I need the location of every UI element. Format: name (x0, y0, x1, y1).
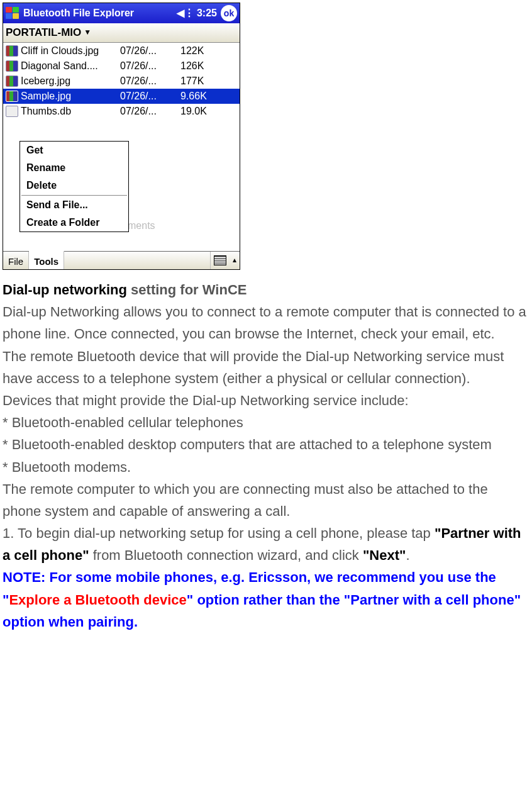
menu-delete[interactable]: Delete (20, 177, 128, 194)
step-text: 1. To begin dial-up networking setup for… (3, 525, 435, 541)
bullet: * Bluetooth modems. (3, 456, 529, 478)
image-file-icon (6, 45, 18, 57)
file-date: 07/26/... (120, 58, 180, 74)
paragraph: The remote computer to which you are con… (3, 478, 529, 522)
menu-create-folder[interactable]: Create a Folder (20, 214, 128, 231)
svg-rect-2 (6, 13, 12, 19)
svg-rect-0 (6, 7, 12, 13)
title-bar: Bluetooth File Explorer ◀⋮ 3:25 ok (3, 3, 240, 23)
path-hint: ments (128, 218, 155, 234)
file-name: Iceberg.jpg (21, 73, 120, 89)
document-body: Dial-up networking setting for WinCE Dia… (3, 279, 529, 633)
heading-rest: setting for WinCE (127, 282, 247, 298)
note-emphasis: Explore a Bluetooth device (9, 592, 186, 608)
bullet: * Bluetooth-enabled cellular telephones (3, 411, 529, 433)
menu-separator (21, 195, 127, 196)
file-date: 07/26/... (120, 43, 180, 59)
file-name: Sample.jpg (21, 88, 120, 104)
file-size: 126K (180, 58, 224, 74)
menu-send-file[interactable]: Send a File... (20, 196, 128, 214)
step-1: 1. To begin dial-up networking setup for… (3, 522, 529, 566)
file-row-selected[interactable]: Sample.jpg 07/26/... 9.66K (3, 89, 240, 104)
file-date: 07/26/... (120, 73, 180, 89)
svg-rect-1 (13, 7, 19, 13)
menu-file[interactable]: File (3, 252, 29, 269)
step-text: from Bluetooth connection wizard, and cl… (89, 547, 363, 563)
file-date: 07/26/... (120, 88, 180, 104)
clock[interactable]: 3:25 (197, 5, 217, 21)
keyboard-icon[interactable] (210, 252, 230, 269)
ok-button[interactable]: ok (221, 5, 237, 21)
db-file-icon (6, 106, 18, 117)
file-size: 122K (180, 43, 224, 59)
file-date: 07/26/... (120, 103, 180, 120)
step-text: . (406, 547, 409, 563)
window-title: Bluetooth File Explorer (23, 5, 134, 21)
file-name: Diagonal Sand.... (21, 58, 120, 74)
paragraph: Devices that might provide the Dial-up N… (3, 389, 529, 411)
bullet: * Bluetooth-enabled desktop computers th… (3, 433, 529, 455)
pda-screenshot: Bluetooth File Explorer ◀⋮ 3:25 ok PORTA… (3, 3, 240, 270)
file-row[interactable]: Cliff in Clouds.jpg 07/26/... 122K (3, 43, 240, 59)
file-name: Thumbs.db (21, 103, 120, 120)
svg-rect-3 (13, 13, 19, 19)
ui-reference: "Next" (363, 547, 406, 563)
file-size: 19.0K (180, 103, 224, 120)
chevron-down-icon: ▼ (84, 26, 91, 38)
device-dropdown[interactable]: PORTATIL-MIO ▼ (3, 23, 240, 43)
paragraph: The remote Bluetooth device that will pr… (3, 345, 529, 389)
paragraph: Dial-up Networking allows you to connect… (3, 301, 529, 345)
file-row[interactable]: Thumbs.db 07/26/... 19.0K (3, 104, 240, 119)
volume-icon[interactable]: ◀⋮ (177, 5, 194, 21)
menu-rename[interactable]: Rename (20, 159, 128, 177)
file-size: 177K (180, 73, 224, 89)
device-label: PORTATIL-MIO (6, 24, 81, 41)
context-menu: Get Rename Delete Send a File... Create … (19, 141, 129, 232)
file-row[interactable]: Diagonal Sand.... 07/26/... 126K (3, 59, 240, 74)
up-arrow-icon[interactable]: ▴ (230, 252, 240, 269)
image-file-icon (6, 75, 18, 87)
section-heading: Dial-up networking setting for WinCE (3, 279, 529, 301)
menu-get[interactable]: Get (20, 142, 128, 159)
start-icon[interactable] (6, 7, 19, 20)
note: NOTE: For some mobile phones, e.g. Erics… (3, 566, 529, 633)
file-list[interactable]: Cliff in Clouds.jpg 07/26/... 122K Diago… (3, 43, 240, 251)
image-file-icon (6, 60, 18, 72)
bottom-bar: File Tools ▴ (3, 251, 240, 269)
file-size: 9.66K (180, 88, 224, 104)
file-row[interactable]: Iceberg.jpg 07/26/... 177K (3, 74, 240, 89)
file-name: Cliff in Clouds.jpg (21, 43, 120, 59)
heading-strong: Dial-up networking (3, 282, 127, 298)
menu-tools[interactable]: Tools (29, 250, 64, 269)
image-file-icon (6, 91, 18, 102)
